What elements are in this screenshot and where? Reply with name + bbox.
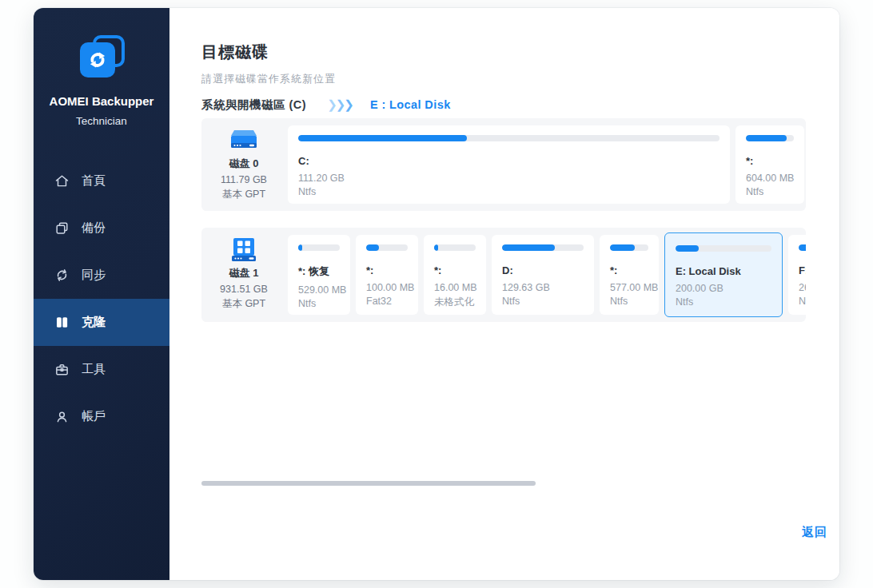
sidebar-item-label: 帳戶 bbox=[82, 409, 106, 424]
sidebar-item-label: 首頁 bbox=[82, 173, 106, 189]
backup-copy-icon bbox=[53, 220, 70, 237]
sidebar-item-home[interactable]: 首頁 bbox=[34, 157, 169, 205]
page-title: 目標磁碟 bbox=[201, 42, 269, 63]
disk-size: 111.79 GB bbox=[221, 174, 267, 185]
breadcrumb: 系統與開機磁區 (C) ❯❯❯ E : Local Disk bbox=[201, 94, 451, 115]
back-button[interactable]: 返回 bbox=[802, 525, 827, 540]
disk-type: 基本 GPT bbox=[222, 188, 265, 201]
sidebar-item-label: 備份 bbox=[82, 220, 106, 236]
partition-label: E: Local Disk bbox=[676, 265, 771, 277]
clone-icon bbox=[53, 314, 70, 332]
partition-list: *: 恢复 529.00 MB Ntfs *: 100.00 MB Fat32 … bbox=[288, 235, 806, 315]
partition-label: F: L bbox=[799, 264, 806, 276]
user-icon bbox=[53, 408, 70, 426]
sidebar-item-label: 克隆 bbox=[82, 315, 106, 330]
partition-filesystem: Ntfs bbox=[746, 186, 794, 197]
partition-card[interactable]: *: 16.00 MB 未格式化 bbox=[424, 235, 486, 315]
sidebar-item-backup[interactable]: 備份 bbox=[34, 205, 169, 252]
partition-card[interactable]: *: 604.00 MB Ntfs bbox=[735, 125, 804, 204]
usage-bar bbox=[434, 244, 476, 251]
disk-row-1: 磁盘 1 931.51 GB 基本 GPT *: 恢复 529.00 MB Nt… bbox=[201, 228, 806, 322]
sidebar: AOMEI Backupper Technician 首頁 bbox=[34, 8, 169, 580]
usage-bar bbox=[746, 135, 794, 141]
partition-size: 577.00 MB bbox=[610, 282, 648, 293]
sync-arrows-icon bbox=[80, 42, 115, 77]
partition-card-d[interactable]: D: 129.63 GB Ntfs bbox=[492, 235, 594, 315]
partition-size: 529.00 MB bbox=[298, 284, 340, 296]
partition-size: 604.00 MB bbox=[746, 173, 794, 184]
sidebar-menu: 首頁 備份 同步 bbox=[34, 157, 169, 440]
partition-label: C: bbox=[298, 155, 720, 167]
partition-label: *: 恢复 bbox=[298, 264, 340, 279]
usage-bar bbox=[799, 244, 806, 251]
home-icon bbox=[53, 173, 70, 190]
partition-size: 100.00 MB bbox=[366, 282, 408, 293]
usage-bar bbox=[610, 244, 648, 251]
horizontal-scrollbar[interactable] bbox=[201, 481, 536, 486]
usage-bar bbox=[298, 135, 720, 141]
sidebar-item-sync[interactable]: 同步 bbox=[34, 252, 169, 299]
app-logo bbox=[34, 35, 169, 81]
partition-size: 129.63 GB bbox=[502, 282, 584, 293]
partition-list: C: 111.20 GB Ntfs *: 604.00 MB Ntfs bbox=[288, 125, 806, 204]
partition-size: 26 bbox=[799, 282, 806, 293]
partition-card-e-selected[interactable]: E: Local Disk 200.00 GB Ntfs bbox=[664, 232, 783, 317]
page-subtitle: 請選擇磁碟當作系統新位置 bbox=[201, 72, 336, 86]
disk-0-info: 磁盘 0 111.79 GB 基本 GPT bbox=[201, 118, 286, 211]
partition-label: D: bbox=[502, 264, 584, 276]
partition-card[interactable]: *: 100.00 MB Fat32 bbox=[356, 235, 418, 315]
partition-label: *: bbox=[610, 264, 648, 276]
disk-type: 基本 GPT bbox=[222, 297, 265, 311]
usage-bar bbox=[502, 244, 584, 251]
disk-size: 931.51 GB bbox=[220, 284, 268, 295]
sidebar-item-label: 工具 bbox=[82, 362, 106, 377]
disk-name: 磁盘 0 bbox=[229, 157, 259, 171]
partition-filesystem: Ntfs bbox=[298, 186, 720, 197]
usage-bar bbox=[366, 244, 408, 251]
partition-filesystem: 未格式化 bbox=[434, 296, 476, 309]
sidebar-item-label: 同步 bbox=[82, 268, 106, 283]
sidebar-item-tools[interactable]: 工具 bbox=[34, 346, 169, 393]
partition-filesystem: Fat32 bbox=[366, 296, 408, 307]
disk-1-info: 磁盘 1 931.51 GB 基本 GPT bbox=[201, 228, 286, 322]
screen: AOMEI Backupper Technician 首頁 bbox=[0, 0, 873, 588]
partition-filesystem: Ntfs bbox=[502, 296, 584, 307]
usage-bar bbox=[676, 245, 771, 252]
chevron-right-icon: ❯❯❯ bbox=[327, 97, 353, 112]
partition-card-recovery[interactable]: *: 恢复 529.00 MB Ntfs bbox=[288, 235, 350, 315]
app-name: AOMEI Backupper bbox=[34, 94, 169, 108]
partition-card[interactable]: *: 577.00 MB Ntfs bbox=[600, 235, 659, 315]
disk-icon bbox=[228, 126, 260, 155]
toolbox-icon bbox=[53, 361, 70, 379]
partition-card-f[interactable]: F: L 26 Nt bbox=[788, 235, 806, 315]
partition-label: *: bbox=[366, 264, 408, 276]
disk-icon bbox=[228, 236, 260, 264]
sidebar-item-account[interactable]: 帳戶 bbox=[34, 393, 169, 440]
partition-size: 16.00 MB bbox=[434, 282, 476, 293]
target-disk-label: E : Local Disk bbox=[370, 98, 451, 111]
usage-bar bbox=[298, 244, 340, 251]
app-window: AOMEI Backupper Technician 首頁 bbox=[34, 8, 839, 580]
partition-filesystem: Nt bbox=[799, 296, 806, 307]
partition-card-c[interactable]: C: 111.20 GB Ntfs bbox=[288, 125, 730, 204]
partition-size: 111.20 GB bbox=[298, 173, 720, 184]
source-disk-label: 系統與開機磁區 (C) bbox=[201, 97, 306, 113]
main-panel: 目標磁碟 請選擇磁碟當作系統新位置 1 2 系統與開機磁區 (C) ❯❯❯ E … bbox=[169, 8, 839, 580]
disk-name: 磁盘 1 bbox=[229, 266, 259, 280]
partition-label: *: bbox=[746, 155, 794, 167]
partition-label: *: bbox=[434, 264, 476, 276]
partition-filesystem: Ntfs bbox=[610, 296, 648, 307]
sync-icon bbox=[53, 267, 70, 284]
partition-size: 200.00 GB bbox=[676, 283, 771, 294]
partition-filesystem: Ntfs bbox=[298, 298, 340, 309]
app-edition: Technician bbox=[34, 115, 169, 127]
sidebar-item-clone[interactable]: 克隆 bbox=[34, 299, 169, 346]
disk-row-0: 磁盘 0 111.79 GB 基本 GPT C: 111.20 GB Ntfs … bbox=[201, 118, 806, 211]
partition-filesystem: Ntfs bbox=[676, 296, 771, 308]
